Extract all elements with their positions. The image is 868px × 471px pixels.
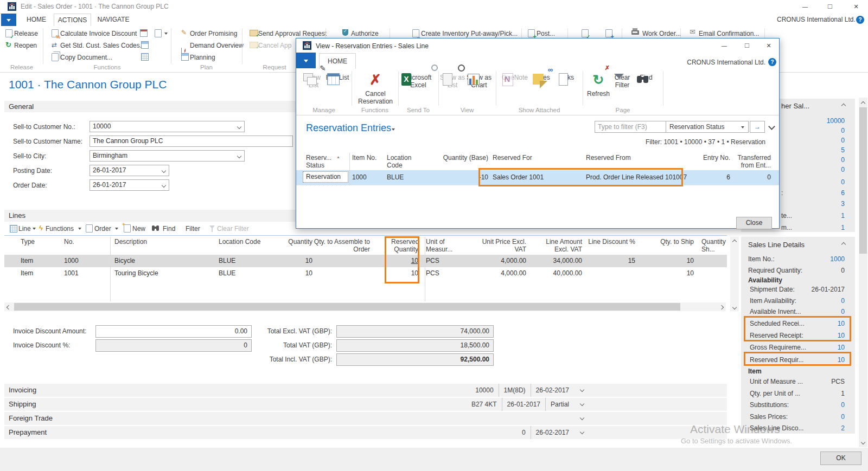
col-type[interactable]: Type <box>21 237 52 255</box>
page-title-menu-icon[interactable] <box>392 128 395 131</box>
links-button[interactable]: Links <box>554 72 578 81</box>
close-button[interactable]: Close <box>736 217 772 229</box>
col-unit-price[interactable]: Unit Price Excl. VAT <box>469 237 526 255</box>
post-and-email-icon[interactable] <box>582 29 589 37</box>
calculate-invoice-discount-button[interactable]: Calculate Invoice Discount <box>60 29 137 38</box>
scroll-left-icon[interactable] <box>7 305 11 309</box>
table-row[interactable]: Item 1000 Bicycle BLUE 10 10 PCS 4,000.0… <box>4 255 727 267</box>
col-entry-no[interactable]: Entry No. <box>700 153 730 170</box>
factbox-value[interactable]: 10 <box>838 343 845 352</box>
cell-location[interactable]: BLUE <box>219 255 262 267</box>
close-icon[interactable] <box>761 41 777 50</box>
factbox-value[interactable]: 10000 <box>827 117 845 125</box>
combo-arrow-icon[interactable] <box>162 183 166 188</box>
tab-home[interactable]: HOME <box>24 14 48 26</box>
filter-column-select[interactable]: Reservation Status <box>666 121 749 133</box>
factbox-value[interactable]: 0 <box>841 165 845 174</box>
factbox-value[interactable]: 0 <box>841 296 845 305</box>
reopen-button[interactable]: Reopen <box>14 41 37 50</box>
cell-qty-shipped[interactable] <box>701 255 730 267</box>
line-menu-arrow-icon[interactable] <box>33 228 36 230</box>
cell-unit-price[interactable]: 4,000.00 <box>469 255 526 267</box>
combo-arrow-icon[interactable] <box>162 169 166 173</box>
collapse-icon[interactable] <box>841 242 846 247</box>
sell-to-city-field[interactable]: Birmingham <box>90 150 245 162</box>
expand-icon[interactable] <box>580 402 584 406</box>
posting-date-field[interactable]: 26-01-2017 <box>90 165 169 176</box>
calendar-icon[interactable] <box>140 29 148 37</box>
factbox-value[interactable]: 1 <box>841 211 845 220</box>
factbox-value[interactable]: 3 <box>841 199 845 208</box>
work-order-button[interactable]: Work Order... <box>642 29 681 38</box>
factbox-value[interactable]: 1 <box>841 223 845 232</box>
factbox-value[interactable]: 0 <box>841 307 845 316</box>
dropdown-arrow-icon[interactable] <box>164 33 168 35</box>
application-menu-button[interactable] <box>1 14 16 26</box>
cancel-reservation-button[interactable]: Cancel Reservation <box>354 72 397 105</box>
order-date-field[interactable]: 26-01-2017 <box>90 179 169 191</box>
fasttab-prepayment[interactable]: Prepayment 0 26-02-2017 <box>4 426 727 439</box>
col-transferred-from-entry[interactable]: Transferred from Ent... <box>735 153 771 170</box>
clear-filter-button[interactable]: Clear Filter <box>611 72 634 89</box>
factbox-value[interactable]: 1000 <box>830 255 845 263</box>
minimize-icon[interactable] <box>716 41 732 50</box>
col-quantity-shipped[interactable]: Quantity Sh... <box>701 237 730 255</box>
functions-menu-button[interactable]: Functions <box>46 224 74 234</box>
lines-grid-vertical-scrollbar[interactable] <box>730 237 739 311</box>
scroll-right-icon[interactable] <box>719 305 724 309</box>
expand-icon[interactable] <box>580 416 584 420</box>
cell-line-discount[interactable]: 15 <box>584 255 635 267</box>
col-qty-to-assemble[interactable]: Qty. to Assemble to Order <box>310 237 370 255</box>
combo-arrow-icon[interactable] <box>237 154 241 158</box>
cell-qty-shipped[interactable] <box>701 267 730 280</box>
filter-button[interactable]: Filter <box>186 224 200 234</box>
help-icon[interactable] <box>768 58 776 66</box>
col-line-amount[interactable]: Line Amount Excl. VAT <box>531 237 582 255</box>
microsoft-excel-button[interactable]: Microsoft Excel <box>399 72 437 89</box>
find-button[interactable]: Find <box>635 72 658 81</box>
combo-arrow-icon[interactable] <box>237 125 241 129</box>
factbox-value[interactable]: 0 <box>841 136 845 145</box>
factbox-value[interactable]: 2 <box>841 424 845 433</box>
col-reservation-status[interactable]: Reserv... Status <box>306 153 349 170</box>
cell-uom[interactable]: PCS <box>426 267 463 280</box>
onenote-button[interactable]: OneNote <box>499 72 531 81</box>
factbox-value[interactable]: 0 <box>841 412 845 421</box>
cell-qty-to-assemble[interactable] <box>310 267 370 280</box>
clear-filter-button[interactable]: Clear Filter <box>217 224 249 234</box>
send-approval-request-button[interactable]: Send Approval Request <box>258 29 327 38</box>
scroll-down-icon[interactable] <box>732 305 737 309</box>
application-menu-button[interactable] <box>296 53 316 68</box>
cell-transferred-from-entry[interactable]: 0 <box>735 170 771 185</box>
functions-menu-arrow-icon[interactable] <box>78 228 81 230</box>
cell-item-no[interactable]: 1000 <box>352 170 384 185</box>
collapse-icon[interactable] <box>841 104 846 108</box>
authorize-button[interactable]: Authorize <box>351 29 379 38</box>
col-description[interactable]: Description <box>114 237 208 255</box>
cancel-approval-button[interactable]: Cancel App <box>258 41 291 50</box>
cell-no[interactable]: 1001 <box>64 267 102 280</box>
factbox-value[interactable]: 5 <box>841 146 845 154</box>
edit-list-button[interactable]: Edit List <box>326 72 349 81</box>
table-row[interactable]: Item 1001 Touring Bicycle BLUE 10 10 PCS… <box>4 267 727 280</box>
combo-arrow-icon[interactable] <box>741 126 744 128</box>
cell-line-discount[interactable] <box>584 267 635 280</box>
line-menu-button[interactable]: Line <box>18 224 31 234</box>
scrollbar-thumb[interactable] <box>859 107 867 254</box>
col-location-code[interactable]: Location Code <box>387 153 425 170</box>
col-location-code[interactable]: Location Code <box>219 237 262 255</box>
col-qty-to-ship[interactable]: Qty. to Ship <box>642 237 694 255</box>
order-promising-button[interactable]: Order Promising <box>190 29 237 38</box>
type-to-filter-input[interactable] <box>595 121 666 133</box>
preview-posting-icon[interactable] <box>605 29 612 37</box>
cell-entry-no[interactable]: 6 <box>700 170 730 185</box>
cell-qty-to-ship[interactable]: 10 <box>642 267 694 280</box>
col-item-no[interactable]: Item No. <box>352 153 384 170</box>
show-as-list-button[interactable]: Show as List <box>439 72 465 89</box>
scroll-up-icon[interactable] <box>732 240 737 244</box>
factbox-value[interactable]: 0 <box>841 126 845 135</box>
worksheet-icon[interactable] <box>141 53 149 61</box>
cell-no[interactable]: 1000 <box>64 255 102 267</box>
fasttab-invoicing[interactable]: Invoicing 10000 1M(8D) 26-02-2017 <box>4 384 727 397</box>
sell-to-customer-no-field[interactable]: 10000 <box>90 121 245 132</box>
